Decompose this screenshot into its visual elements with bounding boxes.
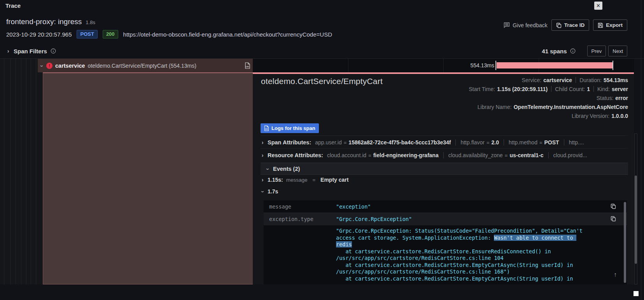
status-label: Status:	[597, 95, 614, 101]
copy-icon[interactable]	[611, 204, 616, 209]
attr-value: us-central1-c	[509, 152, 543, 158]
span-count: 41 spans	[542, 48, 567, 54]
indent-guide	[31, 59, 31, 284]
info-icon[interactable]	[51, 48, 56, 54]
service-value: cartservice	[543, 77, 572, 83]
child-count-label: Child Count:	[555, 86, 585, 92]
span-navigation: 41 spans Prev Next	[542, 46, 627, 56]
span-logs-icon[interactable]: LOG	[245, 62, 250, 69]
header-actions: Give feedback Trace ID Export	[504, 19, 627, 31]
timeline-tick	[612, 61, 613, 70]
indent-guide	[10, 59, 11, 284]
span-filters-toggle[interactable]: › Span Filters	[6, 48, 56, 54]
attr-key-truncated: cloud.provid...	[553, 152, 587, 158]
chevron-down-icon: ›	[265, 167, 271, 171]
span-duration-label: 554.13ms	[471, 62, 494, 68]
resource-attributes-row[interactable]: › Resource Attributes: cloud.account.id …	[261, 148, 628, 158]
chevron-right-icon: ›	[261, 153, 264, 158]
span-detail-title: oteldemo.CartService/EmptyCart	[261, 77, 383, 86]
event-attributes-table: message "exception" exception.type "Grpc…	[264, 200, 627, 284]
service-label: Service:	[522, 77, 542, 83]
start-time-value: 1.15s (20:20:59.111)	[497, 86, 548, 92]
scroll-to-top-icon[interactable]: ↑	[614, 271, 617, 278]
table-row: message "exception"	[264, 200, 627, 213]
equals: =	[312, 177, 315, 183]
span-attributes-row[interactable]: › Span Attributes: app.user.id = 15862a8…	[261, 135, 628, 146]
attr-value: 15862a82-72ce-4f75-ba4c-5ccc17b3e34f	[348, 139, 451, 146]
indent-guide	[4, 59, 4, 284]
attr-key: cloud.account.id	[327, 152, 366, 158]
request-url: https://otel-demo-obscon.field-eng.grafa…	[123, 31, 332, 38]
divider	[593, 86, 594, 92]
trace-timestamp: 2023-10-29 20:20:57.965	[6, 31, 72, 38]
span-duration-bar[interactable]	[497, 62, 612, 68]
trace-id-label: Trace ID	[564, 22, 585, 28]
span-tree-panel: › ! cartservice oteldemo.CartService/Emp…	[0, 59, 253, 284]
equals: =	[505, 153, 508, 158]
attr-value: 2.0	[492, 139, 499, 146]
copy-icon[interactable]	[611, 216, 616, 221]
equals: =	[486, 140, 490, 146]
indent-guide	[16, 59, 16, 284]
chevron-down-icon[interactable]: ›	[39, 64, 45, 68]
event-row-2[interactable]: › 1.7s	[261, 188, 278, 195]
kind-label: Kind:	[597, 86, 610, 92]
close-button[interactable]: ✕	[594, 2, 602, 10]
timeline-tick	[495, 61, 496, 70]
start-time-label: Start Time:	[469, 86, 495, 92]
span-filters-bar: › Span Filters 41 spans Prev Next	[0, 44, 644, 59]
logs-for-span-button[interactable]: LOG Logs for this span	[261, 123, 319, 133]
export-label: Export	[606, 22, 623, 28]
span-detail-panel: oteldemo.CartService/EmptyCart Service: …	[253, 74, 634, 284]
kv-key	[264, 225, 336, 284]
http-status-badge: 200	[103, 30, 118, 39]
divider	[576, 77, 576, 83]
divider	[548, 152, 549, 158]
span-operation-name: oteldemo.CartService/EmptyCart (554.13ms…	[88, 63, 196, 69]
divider	[551, 86, 551, 92]
comment-icon	[504, 22, 510, 28]
equals: =	[539, 140, 542, 146]
equals: =	[344, 140, 347, 146]
stacktrace-text: at cartservice.cartstore.RedisCartStore.…	[336, 248, 576, 282]
timeline-header: 554.13ms	[253, 59, 634, 74]
request-summary-row: 2023-10-29 20:20:57.965 POST 200 https:/…	[6, 30, 332, 39]
log-document-icon: LOG	[264, 125, 269, 131]
kv-value: "Grpc.Core.RpcException"	[336, 216, 412, 222]
event-row-1[interactable]: › 1.15s: message = Empty cart	[261, 177, 348, 183]
attr-key: app.user.id	[315, 139, 342, 146]
kind-value: server	[612, 86, 628, 92]
span-attributes-label: Span Attributes:	[268, 139, 311, 146]
svg-text:LOG: LOG	[265, 128, 268, 130]
table-scrollbar-thumb[interactable]	[624, 202, 626, 283]
kv-key: message	[264, 204, 336, 210]
library-version-label: Library Version:	[572, 113, 609, 119]
event-time: 1.15s:	[268, 177, 283, 183]
exception-stacktrace: "Grpc.Core.RpcException: Status(StatusCo…	[336, 225, 589, 284]
give-feedback-link[interactable]: Give feedback	[504, 22, 548, 28]
info-icon[interactable]	[570, 48, 576, 54]
trace-id-button[interactable]: Trace ID	[551, 19, 590, 31]
attr-key-truncated: http....	[569, 139, 584, 146]
divider	[564, 139, 564, 146]
status-value: error	[615, 95, 628, 101]
copy-icon	[556, 23, 562, 28]
divider	[504, 139, 504, 146]
give-feedback-label: Give feedback	[513, 22, 548, 28]
indent-guide	[21, 59, 21, 284]
equals: =	[368, 153, 371, 158]
svg-text:LOG: LOG	[246, 66, 249, 68]
next-span-button[interactable]: Next	[608, 46, 627, 56]
prev-span-button[interactable]: Prev	[587, 46, 606, 56]
span-row-cartservice[interactable]: › ! cartservice oteldemo.CartService/Emp…	[38, 59, 253, 72]
detail-scrollbar-thumb[interactable]	[635, 175, 637, 264]
library-name-value: OpenTelemetry.Instrumentation.AspNetCore	[514, 104, 628, 110]
resource-attributes-label: Resource Attributes:	[268, 152, 323, 158]
span-filters-label: Span Filters	[14, 48, 47, 54]
events-section-header[interactable]: › Events (2)	[261, 163, 628, 175]
event-value: Empty cart	[320, 177, 348, 183]
table-row-stacktrace: "Grpc.Core.RpcException: Status(StatusCo…	[264, 225, 627, 284]
event-key: message	[286, 177, 308, 183]
scrollbar-corner	[634, 291, 639, 296]
export-button[interactable]: Export	[593, 19, 627, 31]
